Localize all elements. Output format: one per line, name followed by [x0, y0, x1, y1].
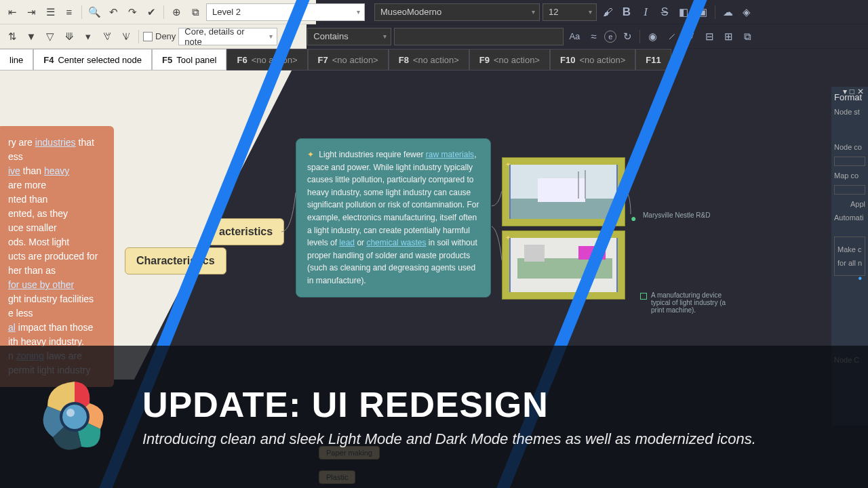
- fkey-f7[interactable]: F7<no action>: [308, 49, 389, 70]
- undo-arrow-icon[interactable]: ↶: [105, 4, 121, 20]
- list-bullet-icon[interactable]: ☰: [42, 4, 58, 20]
- tree-icon[interactable]: ⊟: [701, 28, 717, 45]
- redo-arrow-icon[interactable]: ↷: [124, 4, 140, 20]
- star-icon: ✦: [505, 234, 511, 241]
- add-node-icon[interactable]: ⊕: [168, 4, 184, 20]
- strikethrough-icon[interactable]: S: [656, 4, 673, 20]
- fkey-f10[interactable]: F10<no action>: [550, 49, 635, 70]
- image-placeholder-1: [509, 165, 618, 219]
- caption-2: A manufacturing device typical of light …: [651, 291, 739, 314]
- case-aa-icon[interactable]: Aa: [566, 28, 583, 45]
- filter-d-icon[interactable]: ▾: [80, 28, 96, 45]
- cloud-shape-icon[interactable]: ◈: [738, 4, 755, 20]
- banner-subtitle: Introducing clean and sleek Light Mode a…: [142, 429, 756, 449]
- check-icon[interactable]: ✔: [143, 4, 159, 20]
- outdent-icon[interactable]: ⇤: [4, 4, 20, 20]
- announcement-banner: UPDATE: UI REDESIGN Introducing clean an…: [0, 346, 868, 488]
- format-paint-icon[interactable]: 🖌: [599, 4, 616, 20]
- svg-rect-7: [524, 245, 545, 262]
- svg-point-12: [66, 409, 75, 417]
- font-family-dropdown[interactable]: MuseoModerno: [374, 3, 540, 21]
- node-color-input[interactable]: [834, 157, 865, 166]
- node-characteristics-light[interactable]: Characteristics: [125, 247, 226, 274]
- apply-button[interactable]: Appl: [834, 200, 865, 208]
- fkey-f9[interactable]: F9<no action>: [469, 49, 550, 70]
- clone-node-icon[interactable]: ⧉: [187, 4, 203, 20]
- link-icon[interactable]: ⧉: [739, 28, 755, 45]
- cloud-icon[interactable]: ☁: [719, 4, 736, 20]
- filter-b-icon[interactable]: ▽: [42, 28, 58, 45]
- approx-icon[interactable]: ≈: [585, 28, 601, 45]
- list-number-icon[interactable]: ≡: [61, 4, 77, 20]
- node-shape-icon[interactable]: ◉: [644, 28, 660, 45]
- link-industries[interactable]: industries: [35, 137, 76, 148]
- bullet-icon: ●: [631, 213, 636, 224]
- svg-point-11: [62, 405, 87, 429]
- banner-title: UPDATE: UI REDESIGN: [142, 384, 756, 425]
- style-level-dropdown[interactable]: Level 2: [206, 3, 365, 21]
- dot-icon: •: [858, 272, 862, 285]
- app-logo: [34, 376, 115, 458]
- filter-field-dropdown[interactable]: Core, details or note: [178, 28, 277, 45]
- fkey-f3[interactable]: line: [0, 49, 33, 70]
- condition-dropdown[interactable]: Contains: [307, 28, 391, 45]
- bullet-square-icon: [640, 293, 647, 300]
- link-heavy[interactable]: heavy: [44, 165, 69, 176]
- indent-icon[interactable]: ⇥: [23, 4, 39, 20]
- refresh-icon[interactable]: ↻: [619, 28, 635, 45]
- filter-value-input[interactable]: [394, 28, 564, 45]
- panel-max-icon[interactable]: □: [850, 87, 854, 96]
- fkey-f6[interactable]: F6<no action>: [226, 49, 307, 70]
- filter-f-icon[interactable]: ⩛: [118, 28, 134, 45]
- link-al[interactable]: al: [8, 322, 16, 333]
- link-lead[interactable]: lead: [339, 238, 355, 247]
- filter-c-icon[interactable]: ⟱: [61, 28, 77, 45]
- regex-e-icon[interactable]: e: [604, 30, 616, 43]
- filter-a-icon[interactable]: ▼: [23, 28, 39, 45]
- link-for-use[interactable]: for use by other: [8, 279, 74, 290]
- collapse-icon[interactable]: ⊞: [720, 28, 736, 45]
- deny-label: Deny: [155, 31, 176, 41]
- map-color-input[interactable]: [834, 185, 865, 195]
- font-size-dropdown[interactable]: 12: [542, 3, 597, 21]
- fkey-f4[interactable]: F4Center selected node: [33, 49, 152, 70]
- link-raw-materials[interactable]: raw materials: [426, 150, 474, 159]
- fkey-f5[interactable]: F5Tool panel: [152, 49, 226, 70]
- fkey-f8[interactable]: F8<no action>: [389, 49, 469, 70]
- panel-min-icon[interactable]: ▾: [843, 87, 847, 96]
- search-icon[interactable]: 🔍: [86, 4, 102, 20]
- sort-icon[interactable]: ⇅: [4, 28, 20, 45]
- filter-e-icon[interactable]: ⩔: [99, 28, 115, 45]
- italic-icon[interactable]: I: [637, 4, 654, 20]
- star-icon: ✦: [307, 150, 314, 159]
- link-chemical[interactable]: chemical wastes: [366, 238, 426, 247]
- star-icon: ✦: [505, 161, 511, 168]
- node-detail-teal[interactable]: ✦ Light industries require fewer raw mat…: [296, 138, 491, 298]
- deny-checkbox[interactable]: [143, 32, 153, 41]
- caption-1: Marysville Nestle R&D: [643, 211, 710, 219]
- bold-icon[interactable]: B: [618, 4, 635, 20]
- link-ive[interactable]: ive: [8, 165, 20, 176]
- panel-close-icon[interactable]: ✕: [857, 87, 864, 96]
